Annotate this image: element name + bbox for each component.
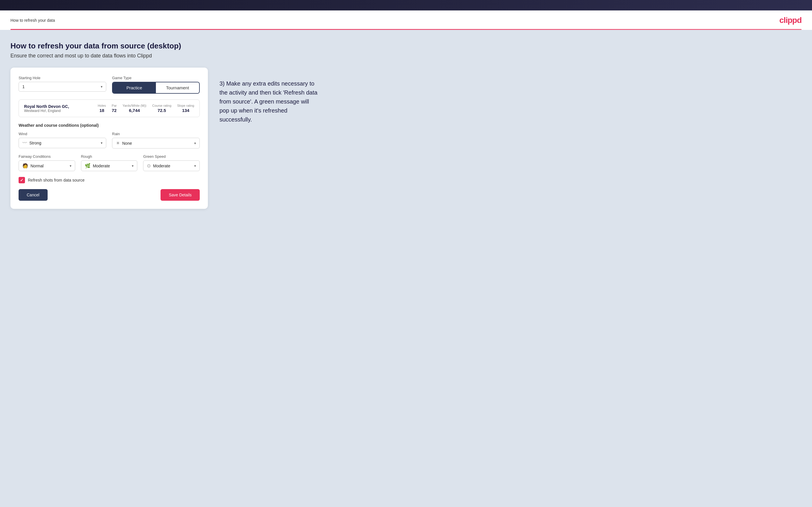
course-rating-label: Course rating	[152, 104, 171, 107]
top-form-row: Starting Hole 1 ▾ Game Type Practice Tou…	[18, 76, 200, 94]
fairway-dropdown[interactable]: 🧑 Normal ▾	[18, 160, 75, 171]
yards-label: Yards/White (M))	[122, 104, 146, 107]
checkmark-icon: ✓	[20, 178, 23, 182]
right-panel: 3) Make any extra edits necessary to the…	[219, 68, 318, 124]
refresh-checkbox[interactable]: ✓	[18, 177, 25, 183]
wind-icon: 〰	[22, 140, 27, 146]
course-info: Royal North Devon GC, Westward Ho!, Engl…	[24, 104, 92, 113]
course-location: Westward Ho!, England	[24, 109, 92, 113]
instruction-text: 3) Make any extra edits necessary to the…	[219, 79, 318, 124]
wind-dropdown[interactable]: 〰 Strong ▾	[18, 138, 106, 148]
green-speed-icon: ⊙	[147, 163, 151, 169]
save-button[interactable]: Save Details	[160, 189, 200, 201]
par-label: Par	[112, 104, 117, 107]
fairway-label: Fairway Conditions	[18, 154, 75, 159]
refresh-checkbox-label: Refresh shots from data source	[28, 178, 85, 182]
fairway-col: Fairway Conditions 🧑 Normal ▾	[18, 154, 75, 171]
refresh-checkbox-row: ✓ Refresh shots from data source	[18, 177, 200, 183]
par-stat: Par 72	[112, 104, 117, 113]
yards-value: 6,744	[122, 108, 146, 113]
slope-rating-stat: Slope rating 134	[177, 104, 194, 113]
cancel-button[interactable]: Cancel	[18, 189, 48, 201]
button-row: Cancel Save Details	[18, 189, 200, 201]
rain-label: Rain	[112, 132, 200, 136]
fairway-value: Normal	[31, 164, 70, 168]
layout-row: Starting Hole 1 ▾ Game Type Practice Tou…	[10, 68, 802, 209]
slope-rating-label: Slope rating	[177, 104, 194, 107]
wind-chevron-icon: ▾	[101, 141, 102, 145]
top-bar	[0, 0, 812, 10]
holes-label: Holes	[98, 104, 106, 107]
green-speed-col: Green Speed ⊙ Moderate ▾	[143, 154, 200, 171]
holes-stat: Holes 18	[98, 104, 106, 113]
chevron-down-icon: ▾	[101, 85, 102, 89]
page-subtitle: Ensure the correct and most up to date d…	[10, 53, 802, 59]
green-speed-chevron-icon: ▾	[194, 164, 196, 168]
holes-value: 18	[98, 108, 106, 113]
form-card: Starting Hole 1 ▾ Game Type Practice Tou…	[10, 68, 208, 209]
wind-value: Strong	[29, 141, 101, 145]
page-title: How to refresh your data from source (de…	[10, 42, 802, 51]
starting-hole-select[interactable]: 1 ▾	[18, 82, 106, 92]
game-type-buttons: Practice Tournament	[112, 82, 200, 94]
par-value: 72	[112, 108, 117, 113]
course-stats: Holes 18 Par 72 Yards/White (M)) 6,744	[98, 104, 194, 113]
green-speed-value: Moderate	[153, 164, 194, 168]
course-rating-value: 72.5	[152, 108, 171, 113]
header: How to refresh your data clippd	[0, 10, 812, 25]
game-type-col: Game Type Practice Tournament	[112, 76, 200, 94]
rough-col: Rough 🌿 Moderate ▾	[81, 154, 138, 171]
rough-icon: 🌿	[85, 163, 91, 169]
rain-chevron-icon: ▾	[194, 141, 196, 145]
content-area: How to refresh your data from source (de…	[0, 30, 812, 507]
wind-label: Wind	[18, 132, 106, 136]
starting-hole-col: Starting Hole 1 ▾	[18, 76, 106, 94]
wind-rain-row: Wind 〰 Strong ▾ Rain ☀ None ▾	[18, 132, 200, 149]
rough-label: Rough	[81, 154, 138, 159]
rough-chevron-icon: ▾	[132, 164, 134, 168]
rough-dropdown[interactable]: 🌿 Moderate ▾	[81, 160, 138, 171]
rough-value: Moderate	[93, 164, 132, 168]
green-speed-label: Green Speed	[143, 154, 200, 159]
logo: clippd	[779, 16, 802, 25]
course-name: Royal North Devon GC,	[24, 104, 92, 109]
course-rating-stat: Course rating 72.5	[152, 104, 171, 113]
course-card: Royal North Devon GC, Westward Ho!, Engl…	[18, 100, 200, 117]
rain-value: None	[122, 141, 194, 146]
yards-stat: Yards/White (M)) 6,744	[122, 104, 146, 113]
header-title: How to refresh your data	[10, 18, 55, 22]
conditions-row: Fairway Conditions 🧑 Normal ▾ Rough 🌿 Mo…	[18, 154, 200, 171]
slope-rating-value: 134	[177, 108, 194, 113]
tournament-button[interactable]: Tournament	[156, 82, 199, 93]
wind-col: Wind 〰 Strong ▾	[18, 132, 106, 149]
starting-hole-value: 1	[22, 84, 101, 89]
game-type-label: Game Type	[112, 76, 200, 80]
rain-dropdown[interactable]: ☀ None ▾	[112, 138, 200, 149]
rain-col: Rain ☀ None ▾	[112, 132, 200, 149]
fairway-chevron-icon: ▾	[70, 164, 71, 168]
rain-icon: ☀	[116, 140, 120, 146]
green-speed-dropdown[interactable]: ⊙ Moderate ▾	[143, 160, 200, 171]
main-wrapper: How to refresh your data clippd How to r…	[0, 10, 812, 507]
fairway-icon: 🧑	[22, 163, 28, 169]
practice-button[interactable]: Practice	[113, 82, 156, 93]
weather-section-title: Weather and course conditions (optional)	[18, 123, 200, 128]
starting-hole-label: Starting Hole	[18, 76, 106, 80]
